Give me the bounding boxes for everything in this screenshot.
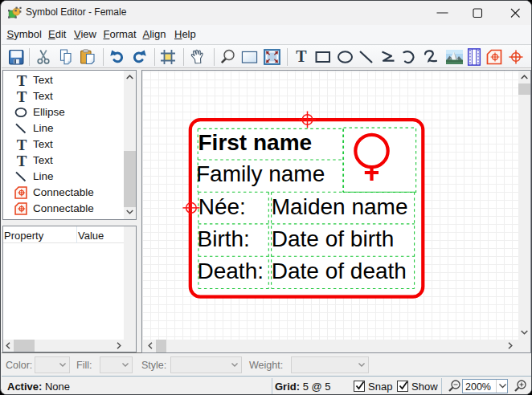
svg-text:Date of death: Date of death <box>272 259 407 283</box>
svg-text:Birth:: Birth: <box>198 226 250 251</box>
svg-text:T: T <box>16 74 27 88</box>
svg-text:Maiden name: Maiden name <box>272 194 408 219</box>
svg-text:T: T <box>296 49 307 65</box>
svg-text:T: T <box>16 154 27 168</box>
svg-text:Family name: Family name <box>196 161 325 186</box>
svg-text:First name: First name <box>198 130 313 155</box>
svg-text:Date of birth: Date of birth <box>272 226 395 251</box>
svg-text:T: T <box>16 138 27 152</box>
svg-text:T: T <box>16 90 27 104</box>
svg-text:Death:: Death: <box>198 259 264 283</box>
svg-text:Née:: Née: <box>198 194 246 219</box>
